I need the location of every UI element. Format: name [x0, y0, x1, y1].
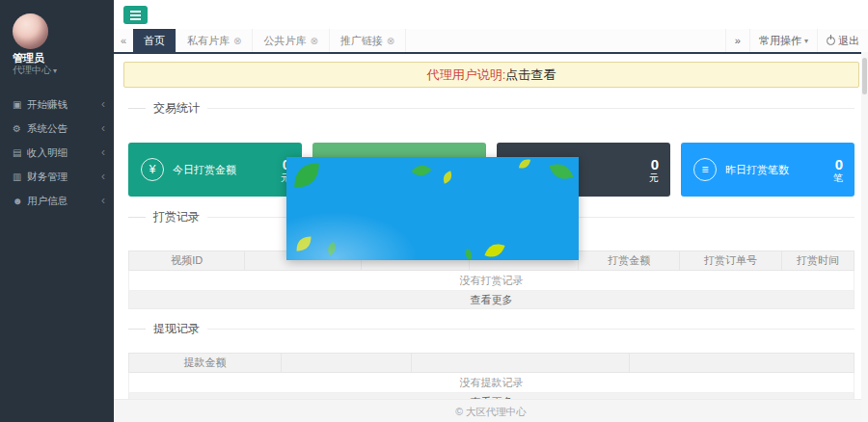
column-header	[281, 354, 411, 373]
column-header: 打赏时间	[781, 251, 854, 271]
tabs: 首页私有片库⊗公共片库⊗推广链接⊗	[133, 29, 406, 52]
chevron-left-icon: ‹	[101, 189, 105, 213]
app-root: 管理员 代理中心▾ ▣开始赚钱‹⚙系统公告‹▤收入明细‹▥财务管理‹☻用户信息‹…	[0, 0, 868, 422]
top-header	[114, 0, 868, 29]
tab-bar: « 首页私有片库⊗公共片库⊗推广链接⊗ » 常用操作▾ 退出	[114, 29, 868, 54]
scrollbar-thumb[interactable]	[862, 58, 867, 94]
sidebar-item-user-info[interactable]: ☻用户信息‹	[0, 189, 114, 213]
common-actions-label: 常用操作	[759, 34, 801, 48]
footer: © 大区代理中心	[114, 399, 868, 422]
sidebar-item-label: 财务管理	[27, 171, 68, 182]
income-icon: ▤	[13, 141, 27, 165]
notice-action-link[interactable]: 点击查看	[505, 67, 556, 82]
stat-card: ≡昨日打赏笔数0笔	[681, 143, 854, 197]
leaf-icon	[408, 157, 435, 184]
sidebar-item-finance[interactable]: ▥财务管理‹	[0, 165, 114, 189]
sidebar-item-income-details[interactable]: ▤收入明细‹	[0, 141, 114, 165]
column-header	[629, 354, 854, 373]
main-area: « 首页私有片库⊗公共片库⊗推广链接⊗ » 常用操作▾ 退出 代理用户说明:点击…	[114, 0, 868, 422]
column-header: 提款金额	[129, 354, 282, 373]
scrollbar[interactable]	[861, 52, 868, 422]
stat-card-label: 今日打赏金额	[173, 163, 236, 177]
section-label: 打赏记录	[153, 209, 200, 225]
users-icon: ☻	[13, 189, 27, 213]
close-icon[interactable]: ⊗	[233, 36, 241, 46]
logout-button[interactable]: 退出	[817, 29, 868, 52]
avatar[interactable]	[13, 13, 48, 49]
divider	[207, 108, 854, 109]
finance-icon: ▥	[13, 165, 27, 189]
section-label: 交易统计	[153, 100, 200, 117]
caret-down-icon: ▾	[53, 66, 57, 75]
section-title-withdrawals: 提现记录	[128, 321, 854, 337]
sidebar-item-label: 用户信息	[27, 195, 68, 206]
yen-icon: ¥	[141, 158, 164, 181]
common-actions-dropdown[interactable]: 常用操作▾	[749, 29, 817, 52]
tab-label: 首页	[144, 34, 165, 48]
tab-private-library[interactable]: 私有片库⊗	[176, 29, 253, 52]
notice-prefix: 代理用户说明:	[427, 67, 506, 82]
sidebar: 管理员 代理中心▾ ▣开始赚钱‹⚙系统公告‹▤收入明细‹▥财务管理‹☻用户信息‹	[0, 0, 114, 422]
scroll-tabs-right-icon[interactable]: »	[725, 29, 749, 52]
leaf-icon	[439, 169, 456, 186]
sidebar-nav: ▣开始赚钱‹⚙系统公告‹▤收入明细‹▥财务管理‹☻用户信息‹	[0, 92, 114, 213]
section-label: 提现记录	[153, 321, 200, 337]
tab-label: 公共片库	[263, 34, 306, 48]
column-header: 打赏金额	[579, 251, 680, 271]
close-icon[interactable]: ⊗	[310, 36, 317, 46]
stat-card: ¥今日打赏金额0元	[128, 143, 302, 197]
tab-bar-right: » 常用操作▾ 退出	[725, 29, 868, 52]
chevron-left-icon: ‹	[101, 141, 105, 165]
sidebar-item-label: 收入明细	[27, 146, 68, 158]
column-header: 打赏订单号	[680, 251, 781, 271]
monitor-icon: ▣	[13, 92, 27, 117]
leaf-icon	[545, 157, 577, 188]
menu-icon: ≡	[693, 158, 717, 181]
sidebar-item-label: 系统公告	[27, 122, 68, 134]
divider	[207, 329, 854, 330]
menu-toggle-button[interactable]	[123, 6, 148, 24]
column-header: 视频ID	[129, 251, 245, 271]
leaf-icon	[461, 247, 476, 260]
tips-empty-row: 没有打赏记录	[128, 271, 854, 291]
caret-down-icon: ▾	[804, 37, 808, 45]
sidebar-item-label: 开始赚钱	[27, 98, 68, 110]
sidebar-item-announcements[interactable]: ⚙系统公告‹	[0, 117, 114, 141]
withdraw-empty-row: 没有提款记录	[128, 373, 854, 393]
tab-public-library[interactable]: 公共片库⊗	[253, 29, 329, 52]
tips-view-more-button[interactable]: 查看更多	[128, 291, 854, 309]
tab-label: 推广链接	[340, 34, 383, 48]
divider	[128, 108, 146, 109]
notice-banner[interactable]: 代理用户说明:点击查看	[123, 62, 859, 88]
power-icon	[827, 37, 835, 45]
chevron-left-icon: ‹	[101, 117, 105, 141]
gear-icon: ⚙	[13, 117, 27, 141]
tab-home[interactable]: 首页	[133, 29, 176, 52]
chevron-left-icon: ‹	[101, 92, 105, 117]
divider	[128, 217, 146, 218]
logout-label: 退出	[838, 34, 859, 48]
section-title-stats: 交易统计	[128, 100, 854, 117]
sidebar-item-start-earning[interactable]: ▣开始赚钱‹	[0, 92, 114, 117]
tab-promo-link[interactable]: 推广链接⊗	[330, 29, 406, 52]
stat-card-value: 0元	[649, 156, 659, 184]
column-header	[412, 354, 630, 373]
tab-label: 私有片库	[187, 34, 230, 48]
chevron-left-icon: ‹	[101, 165, 105, 189]
role-dropdown[interactable]: 代理中心▾	[13, 64, 57, 77]
close-icon[interactable]: ⊗	[387, 36, 394, 46]
leaf-icon	[294, 234, 313, 253]
leaf-icon	[290, 159, 323, 192]
leaf-icon	[481, 237, 508, 260]
hamburger-icon	[130, 14, 141, 16]
withdraw-table-header-row: 提款金额	[129, 354, 854, 373]
divider	[128, 329, 146, 330]
role-label: 代理中心	[13, 65, 51, 75]
floating-video-overlay[interactable]	[286, 157, 579, 260]
scroll-tabs-left-icon[interactable]: «	[114, 29, 133, 52]
stat-card-label: 昨日打赏笔数	[725, 163, 789, 177]
leaf-icon	[322, 239, 340, 257]
leaf-icon	[517, 157, 532, 171]
stat-card-value: 0笔	[833, 156, 843, 184]
